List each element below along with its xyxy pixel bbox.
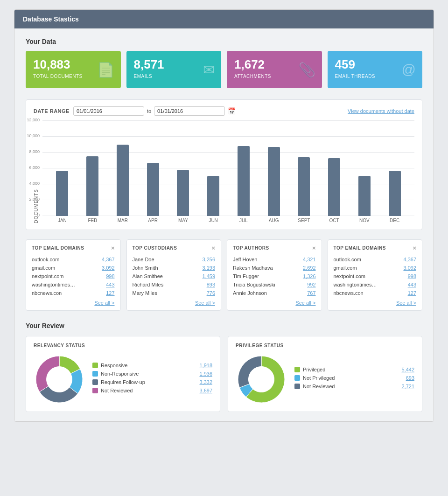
date-range-label: DATE RANGE [34, 108, 70, 114]
legend: Responsive 1,918 Non-Responsive 1,936 Re… [92, 363, 212, 396]
top-table-header: TOP AUTHORS × [233, 245, 316, 251]
bar-may[interactable] [177, 170, 189, 216]
calendar-icon[interactable]: 📅 [228, 107, 236, 115]
row-count[interactable]: 1,326 [303, 273, 316, 279]
table-row: Tricia Boguslawski 992 [233, 280, 316, 289]
legend-label: Not Reviewed [101, 388, 199, 393]
date-to-input[interactable] [154, 106, 225, 116]
donut-chart [34, 354, 85, 405]
stat-card-email-threads[interactable]: 459 EMAIL THREADS @ [328, 51, 423, 88]
see-all-link[interactable]: See all > [133, 300, 216, 306]
legend-count[interactable]: 1,936 [199, 371, 212, 377]
table-row: Tim Fugger 1,326 [233, 272, 316, 280]
row-count[interactable]: 3,092 [102, 265, 115, 271]
view-without-date-link[interactable]: View documents without date [348, 108, 414, 114]
legend-item: Requires Follow-up 3,332 [92, 379, 212, 385]
row-count[interactable]: 992 [307, 282, 315, 287]
row-name: Mary Miles [133, 290, 157, 296]
row-count[interactable]: 3,092 [403, 265, 416, 271]
row-count[interactable]: 4,367 [403, 257, 416, 262]
row-count[interactable]: 127 [106, 290, 114, 296]
top-table-top-authors: TOP AUTHORS × Jeff Hoven 4,321 Rakesh Ma… [227, 239, 322, 311]
see-all-link[interactable]: See all > [334, 300, 417, 306]
table-row: washingtontimes… 443 [334, 280, 417, 289]
legend-label: Not Reviewed [303, 384, 401, 389]
close-button[interactable]: × [413, 245, 416, 251]
review-section-title: Your Review [26, 322, 422, 329]
legend-label: Non-Responsive [101, 371, 199, 377]
stat-card-attachments[interactable]: 1,672 ATTACHMENTS 📎 [227, 51, 322, 88]
stat-card-emails[interactable]: 8,571 EMAILS ✉ [126, 51, 222, 88]
date-range-bar: DATE RANGE to 📅 View documents without d… [34, 106, 414, 116]
bar-col [198, 176, 229, 216]
bar-feb[interactable] [86, 156, 98, 216]
table-row: John Smith 3,193 [133, 264, 216, 272]
legend-count[interactable]: 3,697 [199, 388, 212, 393]
row-name: nbcnews.con [32, 290, 62, 296]
bar-nov[interactable] [358, 176, 371, 216]
donut-row: Responsive 1,918 Non-Responsive 1,936 Re… [34, 354, 212, 405]
review-cards: RELEVANCY STATUS Responsive 1,918 Non-Re… [26, 336, 422, 412]
bar-oct[interactable] [328, 158, 340, 216]
stat-icon: 📄 [97, 62, 114, 78]
bar-col [168, 170, 198, 216]
row-count[interactable]: 3,256 [202, 257, 215, 262]
table-row: gmail.com 3,092 [334, 264, 417, 272]
legend-count[interactable]: 5,442 [401, 367, 414, 372]
top-table-title: TOP AUTHORS [233, 245, 269, 251]
page-title: Database Stastics [23, 15, 79, 23]
grid-line-label: 4,000 [26, 181, 40, 186]
row-count[interactable]: 893 [207, 282, 215, 287]
stat-icon: @ [402, 62, 416, 77]
stat-icon: ✉ [203, 62, 215, 78]
row-count[interactable]: 767 [307, 290, 315, 296]
table-row: Mary Miles 776 [133, 289, 216, 297]
table-row: Jane Doe 3,256 [133, 255, 216, 264]
x-label-feb: FEB [77, 216, 108, 223]
chart-grid: 12,00010,0008,0006,0004,0002,0000 [42, 120, 414, 216]
bar-chart: DOCUMENTS 12,00010,0008,0006,0004,0002,0… [34, 120, 414, 223]
x-label-jan: JAN [47, 216, 77, 223]
bar-aug[interactable] [268, 147, 280, 216]
top-table-title: TOP CUSTODIANS [133, 245, 177, 251]
row-count[interactable]: 2,692 [303, 265, 316, 271]
row-count[interactable]: 1,459 [202, 273, 215, 279]
row-count[interactable]: 4,367 [102, 257, 115, 262]
bar-sept[interactable] [298, 157, 310, 216]
bar-col [259, 147, 289, 216]
bar-col [77, 156, 108, 216]
legend-item: Not Reviewed 3,697 [92, 388, 212, 393]
close-button[interactable]: × [312, 245, 316, 251]
close-button[interactable]: × [211, 245, 215, 251]
row-count[interactable]: 4,321 [303, 257, 316, 262]
bar-jul[interactable] [238, 146, 250, 216]
see-all-link[interactable]: See all > [32, 300, 115, 306]
date-from-input[interactable] [73, 106, 144, 116]
table-row: nextpoint.com 998 [32, 272, 115, 280]
row-name: Annie Johnson [233, 290, 267, 296]
row-count[interactable]: 998 [408, 273, 416, 279]
row-count[interactable]: 3,193 [202, 265, 215, 271]
date-sep: to [147, 108, 151, 114]
legend-count[interactable]: 693 [406, 375, 414, 381]
row-count[interactable]: 776 [207, 290, 215, 296]
table-row: Jeff Hoven 4,321 [233, 255, 316, 264]
legend-count[interactable]: 1,918 [199, 363, 212, 368]
top-table-title: TOP EMAIL DOMAINS [334, 245, 386, 251]
bar-mar[interactable] [117, 145, 129, 216]
row-count[interactable]: 127 [408, 290, 416, 296]
row-count[interactable]: 998 [106, 273, 114, 279]
bar-apr[interactable] [147, 163, 159, 216]
see-all-link[interactable]: See all > [233, 300, 316, 306]
close-button[interactable]: × [111, 245, 115, 251]
row-count[interactable]: 443 [106, 282, 114, 287]
top-tables: TOP EMAIL DOMAINS × outlook.com 4,367 gm… [26, 239, 422, 311]
legend-count[interactable]: 3,332 [199, 379, 212, 385]
stat-number: 8,571 [134, 57, 214, 72]
bar-dec[interactable] [389, 171, 401, 216]
bar-jun[interactable] [207, 176, 219, 216]
row-count[interactable]: 443 [408, 282, 416, 287]
legend-count[interactable]: 2,721 [401, 384, 414, 389]
stat-card-total-docs[interactable]: 10,883 TOTAL DOCUMENTS 📄 [26, 51, 121, 88]
bar-jan[interactable] [56, 171, 68, 216]
